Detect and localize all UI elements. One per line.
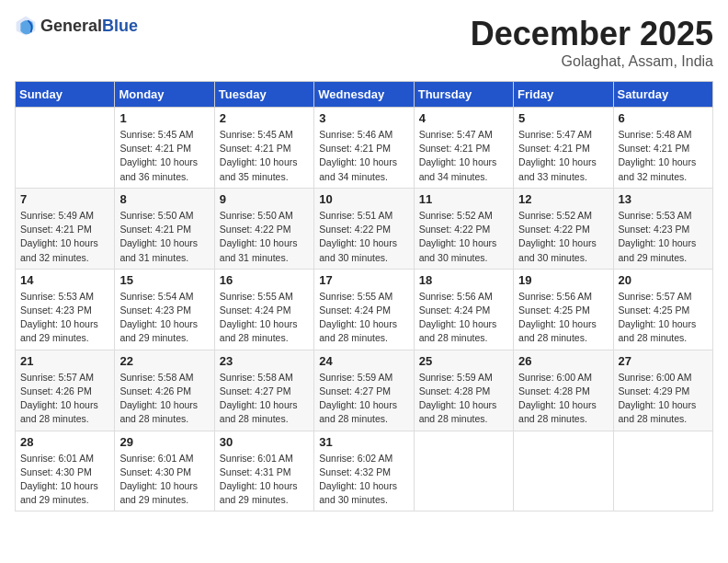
day-info: Sunrise: 5:45 AMSunset: 4:21 PMDaylight:… <box>220 128 309 184</box>
calendar-week-row: 14Sunrise: 5:53 AMSunset: 4:23 PMDayligh… <box>16 269 713 350</box>
calendar-cell: 9Sunrise: 5:50 AMSunset: 4:22 PMDaylight… <box>214 188 313 269</box>
calendar-cell: 24Sunrise: 5:59 AMSunset: 4:27 PMDayligh… <box>314 350 414 431</box>
day-number: 7 <box>20 192 109 206</box>
calendar-cell: 12Sunrise: 5:52 AMSunset: 4:22 PMDayligh… <box>514 188 613 269</box>
calendar-cell: 26Sunrise: 6:00 AMSunset: 4:28 PMDayligh… <box>514 350 613 431</box>
day-of-week-header: Monday <box>115 82 214 108</box>
day-info: Sunrise: 5:49 AMSunset: 4:21 PMDaylight:… <box>20 209 109 265</box>
day-info: Sunrise: 5:46 AMSunset: 4:21 PMDaylight:… <box>319 128 408 184</box>
day-number: 2 <box>220 111 309 125</box>
day-number: 22 <box>119 354 209 368</box>
calendar-cell: 11Sunrise: 5:52 AMSunset: 4:22 PMDayligh… <box>414 188 513 269</box>
day-info: Sunrise: 5:52 AMSunset: 4:22 PMDaylight:… <box>419 209 508 265</box>
calendar-week-row: 21Sunrise: 5:57 AMSunset: 4:26 PMDayligh… <box>16 350 713 431</box>
logo: GeneralBlue <box>15 15 138 37</box>
day-number: 11 <box>419 192 508 206</box>
calendar-cell: 1Sunrise: 5:45 AMSunset: 4:21 PMDaylight… <box>115 108 214 189</box>
day-number: 14 <box>20 273 109 287</box>
day-number: 12 <box>518 192 608 206</box>
day-number: 19 <box>518 273 608 287</box>
calendar-cell: 16Sunrise: 5:55 AMSunset: 4:24 PMDayligh… <box>214 269 313 350</box>
calendar-cell: 27Sunrise: 6:00 AMSunset: 4:29 PMDayligh… <box>613 350 712 431</box>
day-info: Sunrise: 5:59 AMSunset: 4:27 PMDaylight:… <box>319 371 408 427</box>
day-info: Sunrise: 5:53 AMSunset: 4:23 PMDaylight:… <box>20 290 109 346</box>
calendar-week-row: 1Sunrise: 5:45 AMSunset: 4:21 PMDaylight… <box>16 108 713 189</box>
calendar-cell: 2Sunrise: 5:45 AMSunset: 4:21 PMDaylight… <box>214 108 313 189</box>
day-info: Sunrise: 6:00 AMSunset: 4:28 PMDaylight:… <box>518 371 608 427</box>
day-info: Sunrise: 6:02 AMSunset: 4:32 PMDaylight:… <box>319 452 408 508</box>
logo-blue: Blue <box>102 17 138 35</box>
calendar-cell: 6Sunrise: 5:48 AMSunset: 4:21 PMDaylight… <box>613 108 712 189</box>
page-header: GeneralBlue December 2025 Golaghat, Assa… <box>15 15 713 70</box>
day-number: 24 <box>319 354 408 368</box>
day-info: Sunrise: 5:51 AMSunset: 4:22 PMDaylight:… <box>319 209 408 265</box>
day-number: 15 <box>119 273 209 287</box>
calendar-cell: 3Sunrise: 5:46 AMSunset: 4:21 PMDaylight… <box>314 108 414 189</box>
day-number: 1 <box>119 111 209 125</box>
calendar-week-row: 28Sunrise: 6:01 AMSunset: 4:30 PMDayligh… <box>16 431 713 511</box>
day-number: 16 <box>220 273 309 287</box>
day-number: 9 <box>220 192 309 206</box>
calendar-cell: 14Sunrise: 5:53 AMSunset: 4:23 PMDayligh… <box>16 269 115 350</box>
calendar-cell: 29Sunrise: 6:01 AMSunset: 4:30 PMDayligh… <box>115 431 214 511</box>
day-number: 3 <box>319 111 408 125</box>
day-of-week-header: Wednesday <box>314 82 414 108</box>
calendar-cell: 22Sunrise: 5:58 AMSunset: 4:26 PMDayligh… <box>115 350 214 431</box>
day-number: 8 <box>119 192 209 206</box>
day-info: Sunrise: 5:50 AMSunset: 4:22 PMDaylight:… <box>220 209 309 265</box>
day-info: Sunrise: 5:56 AMSunset: 4:24 PMDaylight:… <box>419 290 508 346</box>
logo-icon <box>15 15 37 37</box>
day-number: 30 <box>220 435 309 449</box>
day-info: Sunrise: 6:01 AMSunset: 4:31 PMDaylight:… <box>220 452 309 508</box>
day-number: 25 <box>419 354 508 368</box>
calendar-cell: 31Sunrise: 6:02 AMSunset: 4:32 PMDayligh… <box>314 431 414 511</box>
day-number: 29 <box>119 435 209 449</box>
calendar-week-row: 7Sunrise: 5:49 AMSunset: 4:21 PMDaylight… <box>16 188 713 269</box>
calendar-cell: 5Sunrise: 5:47 AMSunset: 4:21 PMDaylight… <box>514 108 613 189</box>
calendar-cell: 7Sunrise: 5:49 AMSunset: 4:21 PMDaylight… <box>16 188 115 269</box>
calendar-cell <box>613 431 712 511</box>
day-number: 27 <box>619 354 708 368</box>
calendar-cell: 20Sunrise: 5:57 AMSunset: 4:25 PMDayligh… <box>613 269 712 350</box>
day-info: Sunrise: 5:57 AMSunset: 4:26 PMDaylight:… <box>20 371 109 427</box>
calendar-cell <box>16 108 115 189</box>
day-number: 17 <box>319 273 408 287</box>
day-info: Sunrise: 5:53 AMSunset: 4:23 PMDaylight:… <box>619 209 708 265</box>
calendar-cell: 21Sunrise: 5:57 AMSunset: 4:26 PMDayligh… <box>16 350 115 431</box>
month-title: December 2025 <box>471 15 713 53</box>
calendar-cell: 4Sunrise: 5:47 AMSunset: 4:21 PMDaylight… <box>414 108 513 189</box>
day-number: 20 <box>619 273 708 287</box>
day-of-week-header: Saturday <box>613 82 712 108</box>
day-number: 31 <box>319 435 408 449</box>
day-info: Sunrise: 5:48 AMSunset: 4:21 PMDaylight:… <box>619 128 708 184</box>
day-number: 4 <box>419 111 508 125</box>
day-info: Sunrise: 5:55 AMSunset: 4:24 PMDaylight:… <box>220 290 309 346</box>
day-info: Sunrise: 6:00 AMSunset: 4:29 PMDaylight:… <box>619 371 708 427</box>
calendar-cell: 10Sunrise: 5:51 AMSunset: 4:22 PMDayligh… <box>314 188 414 269</box>
day-number: 28 <box>20 435 109 449</box>
day-info: Sunrise: 6:01 AMSunset: 4:30 PMDaylight:… <box>20 452 109 508</box>
day-info: Sunrise: 5:47 AMSunset: 4:21 PMDaylight:… <box>518 128 608 184</box>
calendar-cell: 13Sunrise: 5:53 AMSunset: 4:23 PMDayligh… <box>613 188 712 269</box>
day-info: Sunrise: 6:01 AMSunset: 4:30 PMDaylight:… <box>119 452 209 508</box>
day-number: 18 <box>419 273 508 287</box>
day-info: Sunrise: 5:58 AMSunset: 4:27 PMDaylight:… <box>220 371 309 427</box>
day-info: Sunrise: 5:56 AMSunset: 4:25 PMDaylight:… <box>518 290 608 346</box>
calendar-cell: 8Sunrise: 5:50 AMSunset: 4:21 PMDaylight… <box>115 188 214 269</box>
calendar-cell <box>514 431 613 511</box>
day-info: Sunrise: 5:59 AMSunset: 4:28 PMDaylight:… <box>419 371 508 427</box>
day-info: Sunrise: 5:47 AMSunset: 4:21 PMDaylight:… <box>419 128 508 184</box>
calendar-header-row: SundayMondayTuesdayWednesdayThursdayFrid… <box>16 82 713 108</box>
calendar-cell <box>414 431 513 511</box>
calendar-cell: 18Sunrise: 5:56 AMSunset: 4:24 PMDayligh… <box>414 269 513 350</box>
day-info: Sunrise: 5:57 AMSunset: 4:25 PMDaylight:… <box>619 290 708 346</box>
calendar-cell: 17Sunrise: 5:55 AMSunset: 4:24 PMDayligh… <box>314 269 414 350</box>
location-title: Golaghat, Assam, India <box>471 53 713 70</box>
calendar-cell: 23Sunrise: 5:58 AMSunset: 4:27 PMDayligh… <box>214 350 313 431</box>
title-block: December 2025 Golaghat, Assam, India <box>471 15 713 70</box>
logo-general: General <box>40 17 102 35</box>
day-info: Sunrise: 5:50 AMSunset: 4:21 PMDaylight:… <box>119 209 209 265</box>
day-info: Sunrise: 5:58 AMSunset: 4:26 PMDaylight:… <box>119 371 209 427</box>
day-number: 13 <box>619 192 708 206</box>
day-of-week-header: Friday <box>514 82 613 108</box>
